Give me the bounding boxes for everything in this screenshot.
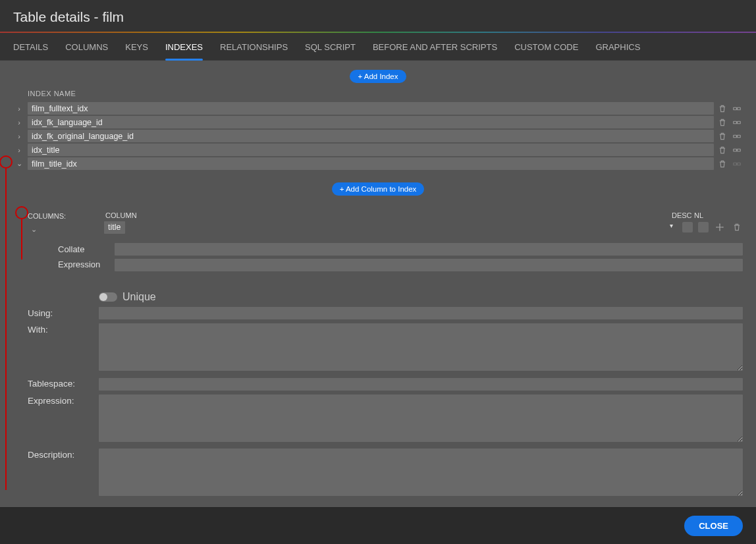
description-label: Description: bbox=[28, 449, 96, 460]
delete-index-icon[interactable] bbox=[716, 130, 728, 142]
index-row: › bbox=[13, 143, 743, 157]
close-button[interactable]: CLOSE bbox=[684, 516, 743, 536]
delete-index-icon[interactable] bbox=[716, 117, 728, 128]
using-label: Using: bbox=[28, 307, 96, 318]
svg-rect-0 bbox=[734, 107, 737, 110]
svg-rect-7 bbox=[738, 149, 741, 151]
index-row: › bbox=[13, 115, 743, 129]
detail-expression-label: Expression bbox=[58, 259, 115, 269]
column-header-desc: DESC bbox=[672, 211, 686, 219]
unique-toggle[interactable] bbox=[99, 292, 117, 302]
index-name-input[interactable] bbox=[28, 116, 714, 128]
link-index-icon[interactable] bbox=[731, 130, 743, 142]
svg-rect-3 bbox=[738, 121, 741, 124]
svg-rect-5 bbox=[738, 135, 741, 138]
tab-custom-code[interactable]: CUSTOM CODE bbox=[514, 33, 578, 60]
index-name-header: INDEX NAME bbox=[13, 86, 743, 101]
chevron-right-icon[interactable]: › bbox=[13, 146, 25, 154]
link-index-icon[interactable] bbox=[731, 117, 743, 128]
chevron-down-icon[interactable]: ⌄ bbox=[13, 159, 25, 168]
expression-input[interactable] bbox=[99, 394, 743, 442]
tablespace-input[interactable] bbox=[99, 378, 743, 391]
add-column-button[interactable]: + Add Column to Index bbox=[332, 182, 425, 196]
desc-checkbox[interactable] bbox=[682, 222, 693, 232]
index-name-input[interactable] bbox=[28, 157, 714, 170]
delete-column-icon[interactable] bbox=[731, 221, 743, 233]
callout-line-1 bbox=[5, 167, 7, 490]
delete-index-icon[interactable] bbox=[716, 103, 728, 115]
chevron-right-icon[interactable]: › bbox=[13, 105, 25, 113]
tablespace-label: Tablespace: bbox=[28, 377, 96, 389]
svg-rect-6 bbox=[734, 149, 737, 151]
svg-rect-1 bbox=[738, 107, 741, 110]
tab-graphics[interactable]: GRAPHICS bbox=[595, 33, 640, 60]
svg-rect-4 bbox=[734, 135, 737, 138]
collate-input[interactable] bbox=[115, 243, 743, 256]
column-expand-chevron[interactable]: ⌄ bbox=[28, 225, 40, 234]
index-row: › bbox=[13, 129, 743, 143]
chevron-right-icon[interactable]: › bbox=[13, 119, 25, 126]
svg-rect-2 bbox=[734, 121, 737, 124]
description-input[interactable] bbox=[99, 449, 743, 496]
add-index-button[interactable]: + Add Index bbox=[350, 70, 406, 83]
using-input[interactable] bbox=[99, 307, 743, 319]
column-header-nl: NL bbox=[691, 211, 706, 219]
column-header-column: COLUMN bbox=[104, 211, 666, 219]
delete-index-icon[interactable] bbox=[716, 144, 728, 156]
link-index-icon bbox=[731, 158, 743, 170]
index-name-input[interactable] bbox=[28, 130, 714, 142]
link-index-icon[interactable] bbox=[731, 103, 743, 115]
tab-keys[interactable]: KEYS bbox=[125, 33, 148, 60]
chevron-right-icon[interactable]: › bbox=[13, 132, 25, 140]
tab-relationships[interactable]: RELATIONSHIPS bbox=[220, 33, 288, 60]
index-column-select[interactable]: title bbox=[104, 221, 125, 234]
drag-handle-icon[interactable] bbox=[714, 221, 726, 233]
tab-indexes[interactable]: INDEXES bbox=[165, 33, 203, 60]
tab-details[interactable]: DETAILS bbox=[13, 33, 48, 60]
index-name-input[interactable] bbox=[28, 102, 714, 115]
unique-label: Unique bbox=[122, 291, 156, 303]
dialog-title: Table details - film bbox=[0, 0, 756, 32]
tab-bar: DETAILS COLUMNS KEYS INDEXES RELATIONSHI… bbox=[0, 33, 756, 61]
expression-label: Expression: bbox=[28, 394, 96, 406]
columns-label: COLUMNS: bbox=[28, 212, 82, 220]
svg-rect-8 bbox=[734, 163, 737, 165]
tab-sql-script[interactable]: SQL SCRIPT bbox=[305, 33, 356, 60]
with-label: With: bbox=[28, 323, 96, 335]
index-row: ⌄ bbox=[13, 157, 743, 171]
tab-before-after[interactable]: BEFORE AND AFTER SCRIPTS bbox=[373, 33, 497, 60]
svg-rect-9 bbox=[738, 163, 741, 165]
callout-circle-1 bbox=[0, 155, 13, 169]
index-name-input[interactable] bbox=[28, 144, 714, 156]
tab-columns[interactable]: COLUMNS bbox=[65, 33, 108, 60]
index-row: › bbox=[13, 101, 743, 115]
delete-index-icon[interactable] bbox=[716, 158, 728, 170]
link-index-icon[interactable] bbox=[731, 144, 743, 156]
with-input[interactable] bbox=[99, 323, 743, 371]
nl-checkbox[interactable] bbox=[698, 222, 709, 232]
detail-expression-input[interactable] bbox=[115, 259, 743, 271]
collate-label: Collate bbox=[58, 244, 115, 254]
